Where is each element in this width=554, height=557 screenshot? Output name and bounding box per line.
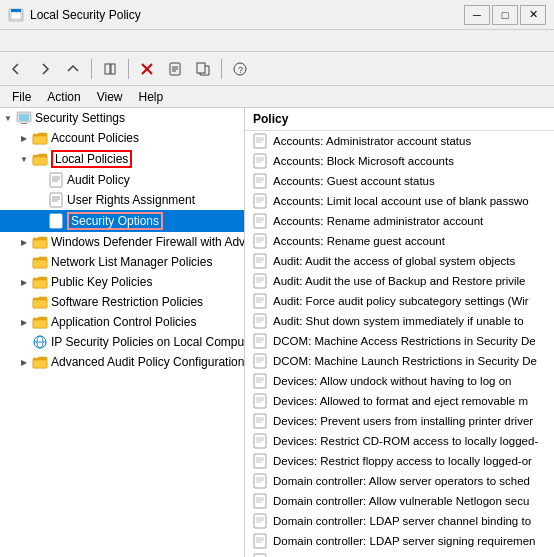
policy-row[interactable]: Accounts: Rename administrator account [245, 211, 554, 231]
svg-rect-56 [254, 214, 266, 228]
tree-item-local-policies[interactable]: ▼ Local Policies [0, 148, 244, 170]
policy-row[interactable]: Devices: Allowed to format and eject rem… [245, 391, 554, 411]
policy-name: Domain controller: LDAP server signing r… [273, 535, 536, 547]
tree-expand-public-key[interactable]: ▶ [16, 278, 32, 287]
svg-rect-2 [11, 9, 21, 12]
tree-expand-local-policies[interactable]: ▼ [16, 155, 32, 164]
policy-row[interactable]: Accounts: Administrator account status [245, 131, 554, 151]
policy-row[interactable]: Domain controller: Refuse machine accoun… [245, 551, 554, 557]
svg-rect-33 [33, 280, 47, 288]
policy-row[interactable]: Audit: Audit the use of Backup and Resto… [245, 271, 554, 291]
policy-name: Audit: Audit the access of global system… [273, 255, 515, 267]
policy-name: Accounts: Block Microsoft accounts [273, 155, 454, 167]
svg-rect-19 [50, 173, 62, 187]
policy-row[interactable]: Audit: Force audit policy subcategory se… [245, 291, 554, 311]
svg-rect-16 [21, 123, 27, 124]
back-button[interactable] [4, 56, 30, 82]
policy-row[interactable]: Devices: Allow undock without having to … [245, 371, 554, 391]
svg-rect-104 [254, 454, 266, 468]
tree-item-ip-security[interactable]: IP Security Policies on Local Compute [0, 332, 244, 352]
policy-row[interactable]: Domain controller: LDAP server channel b… [245, 511, 554, 531]
tree-item-application-control[interactable]: ▶ Application Control Policies [0, 312, 244, 332]
svg-rect-18 [33, 157, 47, 165]
up-button[interactable] [60, 56, 86, 82]
policy-row[interactable]: Domain controller: Allow server operator… [245, 471, 554, 491]
policy-row[interactable]: Accounts: Guest account status [245, 171, 554, 191]
tree-expand-security-settings[interactable]: ▼ [0, 114, 16, 123]
tree-item-user-rights[interactable]: User Rights Assignment [0, 190, 244, 210]
policy-icon [251, 453, 269, 469]
policy-list[interactable]: Accounts: Administrator account status A… [245, 131, 554, 557]
policy-row[interactable]: Domain controller: LDAP server signing r… [245, 531, 554, 551]
tree-icon-security-options [48, 213, 64, 229]
policy-name: Devices: Restrict CD-ROM access to local… [273, 435, 538, 447]
tree-expand-account-policies[interactable]: ▶ [16, 134, 32, 143]
policy-icon [251, 413, 269, 429]
tree-label: Windows Defender Firewall with Adva [51, 235, 244, 249]
tree-item-network-list[interactable]: Network List Manager Policies [0, 252, 244, 272]
tree-item-public-key[interactable]: ▶ Public Key Policies [0, 272, 244, 292]
tree-icon-public-key [32, 274, 48, 290]
delete-button[interactable] [134, 56, 160, 82]
menu-bar-items: File Action View Help [0, 86, 554, 108]
close-button[interactable]: ✕ [520, 5, 546, 25]
policy-icon [251, 273, 269, 289]
policy-icon [251, 433, 269, 449]
policy-row[interactable]: Audit: Audit the access of global system… [245, 251, 554, 271]
export-button[interactable] [190, 56, 216, 82]
policy-row[interactable]: Domain controller: Allow vulnerable Netl… [245, 491, 554, 511]
app-icon [8, 7, 24, 23]
forward-button[interactable] [32, 56, 58, 82]
svg-rect-120 [254, 534, 266, 548]
tree-item-windows-defender[interactable]: ▶ Windows Defender Firewall with Adva [0, 232, 244, 252]
policy-row[interactable]: Devices: Prevent users from installing p… [245, 411, 554, 431]
policy-row[interactable]: Accounts: Rename guest account [245, 231, 554, 251]
policy-name: Domain controller: Allow vulnerable Netl… [273, 495, 529, 507]
policy-icon [251, 133, 269, 149]
tree-item-security-options[interactable]: Security Options [0, 210, 244, 232]
policy-icon [251, 513, 269, 529]
svg-rect-3 [105, 64, 110, 74]
policy-row[interactable]: Accounts: Block Microsoft accounts [245, 151, 554, 171]
svg-rect-92 [254, 394, 266, 408]
policy-row[interactable]: Audit: Shut down system immediately if u… [245, 311, 554, 331]
menu-file[interactable]: File [4, 88, 39, 106]
tree-item-audit-policy[interactable]: Audit Policy [0, 170, 244, 190]
menu-action[interactable]: Action [39, 88, 88, 106]
menu-view[interactable]: View [89, 88, 131, 106]
policy-row[interactable]: Devices: Restrict CD-ROM access to local… [245, 431, 554, 451]
tree-label: Security Settings [35, 111, 125, 125]
svg-rect-1 [11, 12, 21, 19]
tree-label: Software Restriction Policies [51, 295, 203, 309]
policy-row[interactable]: DCOM: Machine Access Restrictions in Sec… [245, 331, 554, 351]
minimize-button[interactable]: ─ [464, 5, 490, 25]
svg-rect-108 [254, 474, 266, 488]
toolbar: ? [0, 52, 554, 86]
policy-row[interactable]: DCOM: Machine Launch Restrictions in Sec… [245, 351, 554, 371]
svg-rect-80 [254, 334, 266, 348]
policy-row[interactable]: Accounts: Limit local account use of bla… [245, 191, 554, 211]
svg-rect-44 [254, 154, 266, 168]
svg-rect-76 [254, 314, 266, 328]
menu-help[interactable]: Help [131, 88, 172, 106]
svg-rect-32 [33, 260, 47, 268]
tree-expand-windows-defender[interactable]: ▶ [16, 238, 32, 247]
policy-row[interactable]: Devices: Restrict floppy access to local… [245, 451, 554, 471]
policy-name: Accounts: Rename guest account [273, 235, 445, 247]
tree-item-security-settings[interactable]: ▼ Security Settings [0, 108, 244, 128]
tree-expand-application-control[interactable]: ▶ [16, 318, 32, 327]
maximize-button[interactable]: □ [492, 5, 518, 25]
window-controls: ─ □ ✕ [464, 5, 546, 25]
tree-view[interactable]: ▼ Security Settings ▶ Account Policies ▼… [0, 108, 244, 557]
tree-label: Account Policies [51, 131, 139, 145]
tree-item-account-policies[interactable]: ▶ Account Policies [0, 128, 244, 148]
tree-icon-user-rights [48, 192, 64, 208]
policy-name: Devices: Restrict floppy access to local… [273, 455, 532, 467]
tree-expand-advanced-audit[interactable]: ▶ [16, 358, 32, 367]
show-hide-button[interactable] [97, 56, 123, 82]
svg-rect-39 [33, 360, 47, 368]
tree-item-software-restriction[interactable]: Software Restriction Policies [0, 292, 244, 312]
help-button[interactable]: ? [227, 56, 253, 82]
tree-item-advanced-audit[interactable]: ▶ Advanced Audit Policy Configuration [0, 352, 244, 372]
properties-button[interactable] [162, 56, 188, 82]
